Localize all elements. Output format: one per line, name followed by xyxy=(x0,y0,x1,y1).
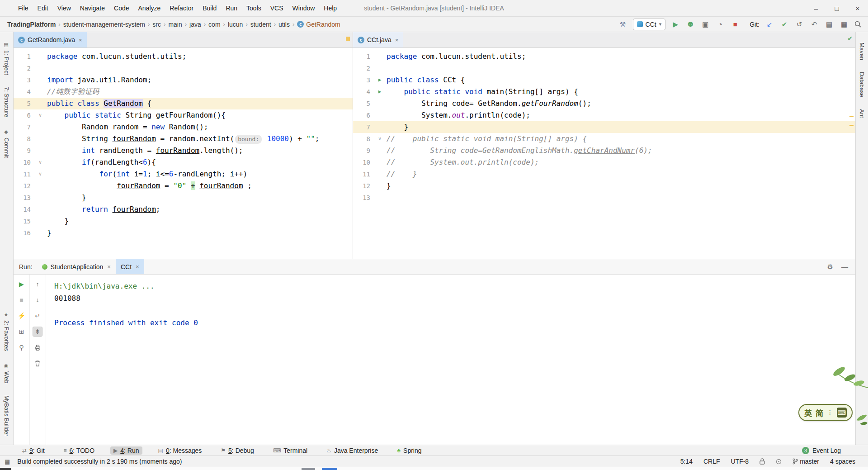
menu-item-vcs[interactable]: VCS xyxy=(266,0,288,16)
run-tab-cct[interactable]: CCt× xyxy=(116,259,144,274)
tool-stripe-7-structure[interactable]: 7: Structure xyxy=(3,87,10,117)
gear-icon[interactable]: ⚙ xyxy=(827,263,833,271)
git-branch-widget[interactable]: master xyxy=(793,458,819,465)
close-icon[interactable]: × xyxy=(136,263,139,270)
code-line[interactable]: 12 fourRandom = "0" + fourRandom ; xyxy=(14,180,353,192)
run-tab-studentapplication[interactable]: StudentApplication× xyxy=(37,259,116,274)
rerun-failed-icon[interactable]: ⚡ xyxy=(17,311,27,321)
next-trace-icon[interactable]: ↓ xyxy=(33,295,42,305)
breadcrumb-item-main[interactable]: main xyxy=(167,21,183,28)
code-line[interactable]: 5public class GetRandom { xyxy=(14,98,353,109)
fold-icon[interactable]: ∨ xyxy=(373,133,387,145)
code-line[interactable]: 8 String fourRandom = random.nextInt(bou… xyxy=(14,133,353,145)
pin-tab-icon[interactable]: ⚲ xyxy=(17,342,27,352)
toolwindow-button-run[interactable]: ▶4: Run xyxy=(110,446,142,455)
scroll-to-end-icon[interactable]: ⇟ xyxy=(33,327,42,337)
run-button[interactable]: ▶ xyxy=(670,19,680,30)
code-editor[interactable]: 1package com.lucun.student.utils;23▶publ… xyxy=(353,48,855,259)
lock-icon[interactable] xyxy=(760,458,765,465)
event-log-button[interactable]: 3 Event Log xyxy=(802,447,841,454)
tool-stripe-commit[interactable]: ◆Commit xyxy=(3,129,10,158)
fold-icon[interactable]: ∨ xyxy=(33,109,47,121)
tool-stripe-1-project[interactable]: ▤1: Project xyxy=(3,42,10,75)
breadcrumb-item-java[interactable]: java xyxy=(189,21,202,28)
git-history-button[interactable]: ↺ xyxy=(794,19,804,30)
menu-item-tools[interactable]: Tools xyxy=(242,0,266,16)
run-config-selector[interactable]: CCt ▾ xyxy=(633,19,666,30)
print-icon[interactable] xyxy=(33,342,42,352)
menu-item-window[interactable]: Window xyxy=(288,0,320,16)
code-line[interactable]: 4▶ public static void main(String[] args… xyxy=(353,86,855,98)
tool-stripe-maven[interactable]: Maven xyxy=(859,43,865,60)
breadcrumb-item-student-management-system[interactable]: student-management-system xyxy=(62,21,146,28)
code-line[interactable]: 16} xyxy=(14,227,353,239)
close-icon[interactable]: × xyxy=(79,37,82,43)
clear-all-icon[interactable] xyxy=(33,358,42,368)
code-line[interactable]: 3▶public class CCt { xyxy=(353,74,855,86)
ime-language[interactable]: 英 xyxy=(804,407,812,418)
code-line[interactable]: 7 } xyxy=(353,121,855,133)
code-line[interactable]: 3import java.util.Random; xyxy=(14,74,353,86)
code-line[interactable]: 13 } xyxy=(14,192,353,204)
ime-more-icon[interactable]: ⋮ xyxy=(827,409,833,416)
tool-stripe-web[interactable]: ◉Web xyxy=(3,363,10,384)
breadcrumb-item-src[interactable]: src xyxy=(151,21,162,28)
close-button[interactable]: × xyxy=(847,0,868,16)
breadcrumb-item-com[interactable]: com xyxy=(208,21,221,28)
code-line[interactable]: 11∨ for(int i=1; i<=6-randLength; i++) xyxy=(14,168,353,180)
menu-item-code[interactable]: Code xyxy=(109,0,133,16)
menu-item-edit[interactable]: Edit xyxy=(33,0,53,16)
toolwindow-switcher-icon[interactable]: ▦ xyxy=(5,458,10,465)
ime-indicator[interactable]: 英 简 ⋮ ⌨ xyxy=(798,404,853,421)
code-line[interactable]: 14 return fourRandom; xyxy=(14,204,353,215)
close-icon[interactable]: × xyxy=(107,263,111,270)
menu-item-file[interactable]: File xyxy=(14,0,33,16)
code-line[interactable]: 15 } xyxy=(14,215,353,227)
restore-layout-icon[interactable]: ⊞ xyxy=(17,327,27,337)
shelf-button[interactable]: ▤ xyxy=(824,19,834,30)
stop-process-button[interactable]: ■ xyxy=(17,295,27,305)
menu-item-build[interactable]: Build xyxy=(198,0,221,16)
prev-trace-icon[interactable]: ↑ xyxy=(33,279,42,289)
minimize-button[interactable]: – xyxy=(806,0,826,16)
code-line[interactable]: 6 System.out.println(code); xyxy=(353,109,855,121)
profiler-button[interactable]: ◔ xyxy=(715,19,725,30)
tool-stripe-database[interactable]: Database xyxy=(859,72,865,97)
toolwindow-button-java-enterprise[interactable]: ♨Java Enterprise xyxy=(323,446,381,455)
code-line[interactable]: 1package com.lucun.student.utils; xyxy=(353,51,855,62)
code-line[interactable]: 10// System.out.println(code); xyxy=(353,157,855,168)
tool-stripe-2-favorites[interactable]: ★2: Favorites xyxy=(3,312,10,351)
ime-charset[interactable]: 简 xyxy=(816,407,823,418)
toolwindow-button-messages[interactable]: ▤0: Messages xyxy=(155,446,205,455)
breadcrumb-item-lucun[interactable]: lucun xyxy=(227,21,244,28)
menu-item-refactor[interactable]: Refactor xyxy=(165,0,198,16)
menu-item-view[interactable]: View xyxy=(53,0,75,16)
code-line[interactable]: 12} xyxy=(353,180,855,192)
breadcrumb-item-utils[interactable]: utils xyxy=(278,21,291,28)
tool-stripe-mybatis-builder[interactable]: MyBatis Builder xyxy=(3,395,10,436)
toolwindow-button-terminal[interactable]: ⌨Terminal xyxy=(270,446,311,455)
debug-button[interactable]: ⚉ xyxy=(685,19,695,30)
menu-item-help[interactable]: Help xyxy=(319,0,341,16)
toolwindow-button-todo[interactable]: ≡6: TODO xyxy=(61,446,98,455)
hide-panel-icon[interactable]: — xyxy=(841,263,848,271)
code-line[interactable]: 9// String code=GetRandomEnglishMath.get… xyxy=(353,145,855,157)
fold-icon[interactable]: ∨ xyxy=(33,168,47,180)
caret-position[interactable]: 5:14 xyxy=(680,458,693,465)
code-line[interactable]: 9 int randLength = fourRandom.length(); xyxy=(14,145,353,157)
breadcrumb-item-tradingplatform[interactable]: TradingPlatform xyxy=(6,21,57,28)
keyboard-icon[interactable]: ⌨ xyxy=(837,408,847,418)
menu-item-analyze[interactable]: Analyze xyxy=(134,0,165,16)
menu-item-run[interactable]: Run xyxy=(221,0,242,16)
run-line-icon[interactable]: ▶ xyxy=(373,74,387,86)
toolwindow-button-debug[interactable]: ⚑5: Debug xyxy=(217,446,257,455)
code-line[interactable]: 13 xyxy=(353,192,855,204)
breadcrumb-leaf[interactable]: cGetRandom xyxy=(297,21,340,28)
tool-stripe-ant[interactable]: Ant xyxy=(859,109,865,118)
breadcrumb-item-student[interactable]: student xyxy=(250,21,272,28)
code-line[interactable]: 2 xyxy=(353,62,855,74)
code-line[interactable]: 6∨ public static String getFourRandom(){ xyxy=(14,109,353,121)
code-line[interactable]: 10∨ if(randLength<6){ xyxy=(14,157,353,168)
git-commit-button[interactable]: ✔ xyxy=(779,19,789,30)
editor-tab-cct[interactable]: c CCt.java × xyxy=(353,32,403,47)
